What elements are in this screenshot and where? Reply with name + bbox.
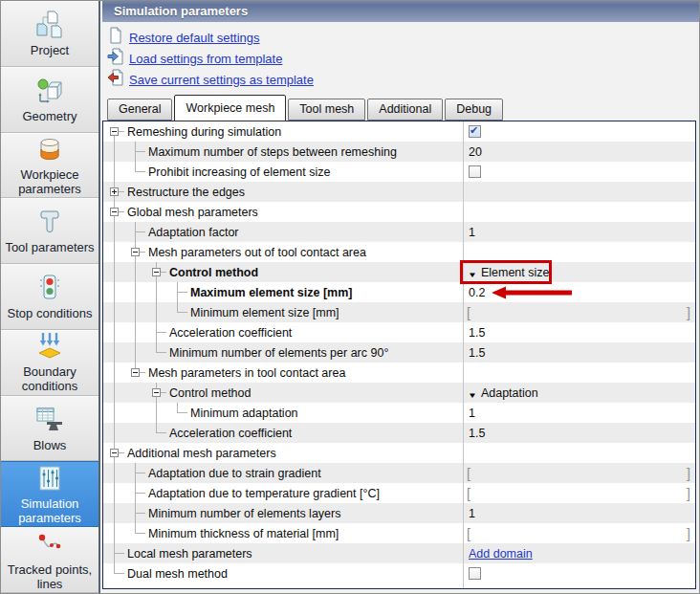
sidebar-item-project[interactable]: Project: [1, 1, 98, 67]
collapse-icon[interactable]: [110, 208, 119, 216]
tree-guide: [124, 222, 145, 242]
tree-guide: [103, 503, 124, 523]
tree-guide: [103, 162, 124, 182]
tree-guide: [103, 423, 124, 443]
sidebar-item-label: Geometry: [20, 109, 78, 123]
checkbox-unchecked[interactable]: [469, 567, 481, 580]
tree-connector-dash: [177, 292, 187, 293]
tab-debug[interactable]: Debug: [445, 99, 503, 121]
link-load-settings-from-template[interactable]: Load settings from template: [107, 48, 699, 69]
tree-guide: [145, 322, 166, 342]
dropdown-cell[interactable]: Adaptation: [469, 385, 538, 402]
sidebar-item-blows[interactable]: Blows: [1, 396, 98, 462]
table-row: Local mesh parametersAdd domain: [103, 543, 695, 563]
link-restore-default-settings[interactable]: Restore default settings: [107, 27, 699, 48]
tree-guide: [124, 523, 145, 543]
sidebar-item-label: Project: [29, 43, 71, 57]
tree-connector-dash: [177, 412, 187, 413]
dropdown-cell[interactable]: Element size: [469, 264, 549, 281]
table-row: Minimum number of elements layers1: [103, 503, 695, 523]
sidebar-item-boundary-conditions[interactable]: Boundary conditions: [1, 330, 98, 396]
column-divider: [463, 121, 464, 588]
sidebar-item-stop-conditions[interactable]: Stop conditions: [1, 264, 98, 330]
sidebar-item-workpiece-parameters[interactable]: Workpiece parameters: [1, 133, 98, 199]
tree-guide: [124, 242, 145, 262]
add-domain-link[interactable]: Add domain: [469, 547, 533, 561]
tree-guide-line: [135, 322, 136, 342]
app-window: ProjectGeometryWorkpiece parametersTool …: [0, 0, 700, 594]
table-row: Adaptation due to strain gradient: [103, 463, 695, 483]
tree-guide: [124, 162, 145, 182]
tree-guide: [124, 423, 145, 443]
parameter-name-cell: Global mesh parameters: [103, 202, 463, 222]
empty-input-field[interactable]: [467, 464, 690, 482]
parameter-name-cell: Minimum number of elements layers: [103, 503, 463, 523]
parameter-label: Control method: [169, 386, 251, 400]
parameter-value-cell: [463, 563, 695, 583]
tree-connector-dash: [156, 332, 166, 333]
tree-guide: [103, 302, 124, 322]
sidebar-item-geometry[interactable]: Geometry: [1, 67, 98, 133]
collapse-icon[interactable]: [110, 449, 119, 457]
geometry-icon: [34, 76, 65, 106]
collapse-icon[interactable]: [152, 388, 161, 397]
tab-tool-mesh[interactable]: Tool mesh: [288, 99, 365, 121]
panel-title: Simulation parameters: [114, 4, 248, 18]
parameter-value-cell: [463, 162, 695, 182]
parameter-label: Maximum element size [mm]: [190, 286, 353, 299]
parameter-name-cell: Control method: [103, 383, 463, 403]
parameter-name-cell: Remeshing during simulation: [103, 121, 463, 142]
tree-guide: [124, 383, 145, 403]
empty-input-field[interactable]: [467, 303, 690, 321]
tree-guide: [124, 463, 145, 483]
parameter-name-cell: Minimum thickness of material [mm]: [103, 523, 463, 543]
tab-general[interactable]: General: [107, 99, 172, 121]
collapse-icon[interactable]: [110, 127, 119, 136]
save-arrow-icon: [107, 69, 124, 90]
expand-icon[interactable]: [110, 187, 119, 196]
table-row: Acceleration coefficient1.5: [103, 322, 695, 342]
empty-input-field[interactable]: [467, 524, 690, 542]
tree-connector-dash: [135, 493, 145, 494]
parameter-value-cell: [463, 202, 695, 222]
table-row: Global mesh parameters: [103, 202, 695, 222]
tree-connector-dash: [135, 533, 145, 534]
tree-guide: [145, 383, 166, 403]
tree-connector-dash: [135, 151, 145, 152]
dropdown-arrow-icon: [468, 385, 477, 402]
parameter-label: Dual mesh method: [127, 567, 228, 581]
tree-guide-line: [114, 523, 115, 543]
table-row: Control methodAdaptation: [103, 383, 695, 403]
stop-conditions-icon: [34, 273, 65, 303]
checkbox-unchecked[interactable]: [469, 165, 481, 178]
sidebar-item-tracked-points-lines[interactable]: Tracked points, lines: [1, 527, 98, 593]
parameter-label: Local mesh parameters: [127, 547, 252, 561]
empty-input-field[interactable]: [467, 484, 690, 502]
tree-guide-line: [114, 342, 115, 363]
tree-guide: [103, 483, 124, 503]
sidebar-item-tool-parameters[interactable]: Tool parameters: [1, 198, 98, 264]
table-row: Adaptation factor1: [103, 222, 695, 242]
tree-guide-line: [114, 242, 115, 262]
parameter-name-cell: Additional mesh parameters: [103, 443, 463, 463]
table-row: Minimum number of elements per arc 90°1.…: [103, 342, 695, 363]
sidebar-item-simulation-parameters[interactable]: Simulation parameters: [1, 461, 98, 527]
tree-guide: [103, 262, 124, 282]
tree-guide: [124, 503, 145, 523]
collapse-icon[interactable]: [131, 368, 140, 377]
tab-additional[interactable]: Additional: [367, 99, 443, 121]
checkbox-checked[interactable]: [469, 125, 481, 138]
tree-guide: [103, 342, 124, 363]
main-panel: Simulation parameters Restore default se…: [102, 1, 699, 593]
tree-connector-dash: [135, 513, 145, 514]
expander-minus-glyph: [133, 372, 138, 373]
tree-guide: [103, 222, 124, 242]
tree-guide: [103, 443, 124, 463]
link-save-current-settings-as-template[interactable]: Save current settings as template: [107, 69, 699, 90]
collapse-icon[interactable]: [152, 268, 161, 276]
boundary-conditions-icon: [34, 331, 65, 362]
collapse-icon[interactable]: [131, 248, 140, 256]
tab-workpiece-mesh[interactable]: Workpiece mesh: [174, 95, 286, 121]
tree-guide-line: [114, 142, 115, 162]
sidebar-item-label: Tool parameters: [3, 240, 96, 254]
